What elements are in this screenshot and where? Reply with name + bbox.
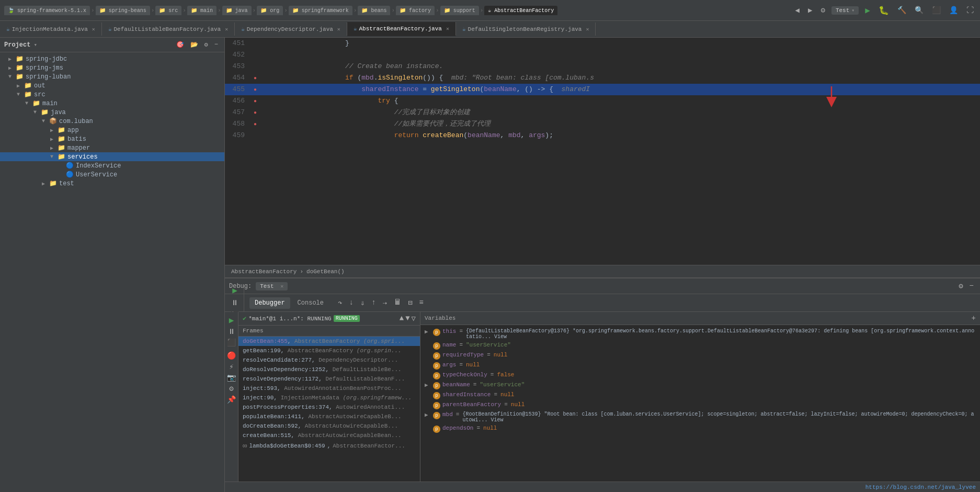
expand-beanname-arrow[interactable]: ▶ xyxy=(425,382,431,388)
var-item-dependson[interactable]: p dependsOn = null xyxy=(420,424,980,434)
tab-dependencydescriptor[interactable]: ☕ DependencyDescriptor.java ✕ xyxy=(235,23,347,36)
mute-breakpoints-icon[interactable]: ⚡ xyxy=(229,362,233,371)
frame-item-5[interactable]: inject:593, AutowiredAnnotationBeanPostP… xyxy=(238,384,420,393)
frame-up-button[interactable]: ▲ xyxy=(400,314,404,323)
status-url[interactable]: https://blog.csdn.net/java_lyvee xyxy=(865,484,976,490)
tree-item-app[interactable]: ▶ 📁 app xyxy=(0,126,224,135)
tab-defaultlistablebeanfactory[interactable]: ☕ DefaultListableBeanFactory.java ✕ xyxy=(102,23,235,36)
var-item-beanname[interactable]: ▶ p beanName = "userService" xyxy=(420,381,980,390)
run-config-selector[interactable]: Test ▾ xyxy=(831,6,859,15)
nav-tab-src[interactable]: 📁 src xyxy=(155,6,181,15)
tree-item-main[interactable]: ▼ 📁 main xyxy=(0,99,224,108)
var-item-args[interactable]: p args = null xyxy=(420,361,980,371)
debug-session-tab[interactable]: Test ✕ xyxy=(256,282,288,290)
collapse-all-icon[interactable]: 📂 xyxy=(188,40,200,50)
var-item-sharedinstance[interactable]: p sharedInstance = null xyxy=(420,390,980,400)
debug-settings-icon[interactable]: ⚙ xyxy=(956,281,965,292)
expand-this-arrow[interactable]: ▶ xyxy=(425,328,431,335)
frame-item-1[interactable]: getBean:199, AbstractBeanFactory (org.sp… xyxy=(238,346,420,355)
nav-tab-spring-beans[interactable]: 📁 spring-beans xyxy=(96,6,150,15)
frame-item-7[interactable]: postProcessProperties:374, AutowiredAnno… xyxy=(238,402,420,412)
sidebar-settings-icon[interactable]: ⚙ xyxy=(202,40,210,50)
tree-item-test[interactable]: ▶ 📁 test xyxy=(0,179,224,188)
tree-item-out[interactable]: ▶ 📁 out xyxy=(0,81,224,90)
settings-icon[interactable]: ⚙ xyxy=(818,5,827,16)
frame-item-11[interactable]: ∞ lambda$doGetBean$0:459, AbstractBeanFa… xyxy=(238,440,420,452)
evaluate-icon[interactable]: 🖩 xyxy=(391,297,404,309)
tree-item-batis[interactable]: ▶ 📁 batis xyxy=(0,135,224,143)
run-button[interactable]: ▶ xyxy=(863,4,872,17)
search-button[interactable]: 🔍 xyxy=(913,5,926,16)
pin-icon[interactable]: 📌 xyxy=(227,395,236,404)
settings-icon-side[interactable]: ⚙ xyxy=(229,384,233,393)
tab-defaultsingletonbeanregistry[interactable]: ☕ DefaultSingletonBeanRegistry.java ✕ xyxy=(456,23,596,36)
thread-selector[interactable]: ✔ *main*@1 i...n*: RUNNING RUNNING ▲ ▼ ▽ xyxy=(238,312,420,326)
profile-button[interactable]: 👤 xyxy=(947,5,960,16)
frame-item-6[interactable]: inject:90, InjectionMetadata (org.spring… xyxy=(238,393,420,402)
run-to-cursor-icon[interactable]: ⇢ xyxy=(380,297,390,309)
nav-tab-springframework[interactable]: 📁 springframework xyxy=(289,6,352,15)
tree-item-java[interactable]: ▼ 📁 java xyxy=(0,108,224,117)
tree-item-mapper[interactable]: ▶ 📁 mapper xyxy=(0,143,224,152)
close-tab-3[interactable]: ✕ xyxy=(337,26,340,32)
tree-item-services[interactable]: ▼ 📁 services xyxy=(0,152,224,161)
nav-tab-org[interactable]: 📁 org xyxy=(257,6,283,15)
close-tab-1[interactable]: ✕ xyxy=(92,26,95,32)
tab-injectionmetadata[interactable]: ☕ InjectionMetadata.java ✕ xyxy=(0,23,102,36)
var-item-mbd[interactable]: ▶ p mbd = {RootBeanDefinition@1539} "Roo… xyxy=(420,410,980,424)
stop-side-button[interactable]: ⬛ xyxy=(227,338,236,347)
frame-down-button[interactable]: ▼ xyxy=(405,314,409,323)
pause-button[interactable]: ⏸ xyxy=(229,297,241,309)
frame-item-0[interactable]: doGetBean:455, AbstractBeanFactory (org.… xyxy=(238,337,420,346)
debugger-tab[interactable]: Debugger xyxy=(249,297,290,309)
nav-tab-spring-framework[interactable]: 🍃 spring-framework-5.1.x xyxy=(4,6,90,15)
forward-nav-icon[interactable]: ▶ xyxy=(806,5,814,16)
nav-tab-factory[interactable]: 📁 factory xyxy=(396,6,435,15)
sidebar-minus-icon[interactable]: − xyxy=(212,40,220,50)
close-debug-session[interactable]: ✕ xyxy=(280,284,283,289)
tab-abstractbeanfactory[interactable]: ☕ AbstractBeanFactory.java ✕ xyxy=(347,22,456,36)
tree-item-spring-jms[interactable]: ▶ 📁 spring-jms xyxy=(0,63,224,72)
console-tab[interactable]: Console xyxy=(292,297,329,309)
tree-item-userservice[interactable]: 🔵 UserService xyxy=(0,170,224,179)
locate-file-icon[interactable]: 🎯 xyxy=(174,40,186,50)
tree-item-spring-luban[interactable]: ▼ 📁 spring-luban xyxy=(0,72,224,81)
tree-item-src[interactable]: ▼ 📁 src xyxy=(0,90,224,99)
frame-filter-button[interactable]: ▽ xyxy=(412,314,416,323)
frame-item-9[interactable]: doCreateBean:592, AbstractAutowireCapabl… xyxy=(238,421,420,431)
frame-item-3[interactable]: doResolveDependency:1252, DefaultListabl… xyxy=(238,365,420,374)
close-tab-4[interactable]: ✕ xyxy=(446,26,449,32)
debug-run-button[interactable]: 🐛 xyxy=(876,4,891,17)
resume-side-button[interactable]: ▶ xyxy=(229,315,234,326)
frame-item-4[interactable]: resolveDependency:1172, DefaultListableB… xyxy=(238,374,420,384)
nav-tab-abstractbeanfactory[interactable]: ☕ AbstractBeanFactory xyxy=(484,6,557,15)
stop-button[interactable]: ⬛ xyxy=(930,5,943,16)
expand-button[interactable]: ⛶ xyxy=(964,5,976,16)
pause-side-button[interactable]: ⏸ xyxy=(228,328,235,336)
step-out-icon[interactable]: ↑ xyxy=(369,297,378,309)
back-nav-icon[interactable]: ◀ xyxy=(793,5,802,16)
add-watch-icon[interactable]: + xyxy=(972,314,976,322)
build-button[interactable]: 🔨 xyxy=(895,5,908,16)
var-item-this[interactable]: ▶ p this = {DefaultListableBeanFactory@1… xyxy=(420,327,980,341)
step-over-icon[interactable]: ↷ xyxy=(335,297,345,309)
resume-button[interactable]: ▶ xyxy=(229,285,241,296)
close-tab-2[interactable]: ✕ xyxy=(225,26,228,32)
debug-close-icon[interactable]: − xyxy=(967,281,976,292)
view-breakpoints-icon[interactable]: 🔴 xyxy=(227,351,236,360)
frames-icon[interactable]: ⊟ xyxy=(405,297,415,309)
get-thread-dump-icon[interactable]: 📷 xyxy=(227,373,236,382)
var-item-requiredtype[interactable]: p requiredType = null xyxy=(420,351,980,361)
tree-item-spring-jdbc[interactable]: ▶ 📁 spring-jdbc xyxy=(0,54,224,63)
nav-tab-support[interactable]: 📁 support xyxy=(440,6,479,15)
tree-item-com-luban[interactable]: ▼ 📦 com.luban xyxy=(0,117,224,126)
step-into-icon[interactable]: ↓ xyxy=(346,297,356,309)
var-item-typecheckonly[interactable]: p typeCheckOnly = false xyxy=(420,371,980,381)
var-item-name[interactable]: p name = "userService" xyxy=(420,341,980,351)
more-actions-icon[interactable]: ≡ xyxy=(417,297,426,309)
nav-tab-main[interactable]: 📁 main xyxy=(187,6,216,15)
frame-item-8[interactable]: populateBean:1411, AbstractAutowireCapab… xyxy=(238,412,420,421)
nav-tab-beans[interactable]: 📁 beans xyxy=(358,6,390,15)
close-tab-5[interactable]: ✕ xyxy=(586,26,589,32)
tree-item-indexservice[interactable]: 🔵 IndexService xyxy=(0,161,224,170)
